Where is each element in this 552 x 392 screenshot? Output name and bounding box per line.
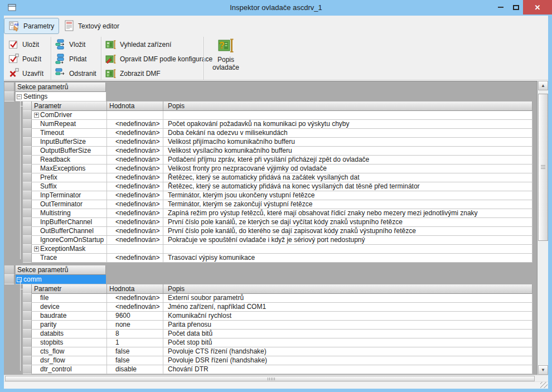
repair-dmf-button[interactable]: Opravit DMF podle konfigurace [105, 52, 212, 65]
find-device-button[interactable]: Vyhledat zařízení [105, 38, 171, 51]
param-value-cell[interactable]: <nedefinován> [107, 138, 163, 147]
scroll-up-icon[interactable]: ▲ [538, 81, 548, 90]
table-row[interactable]: InpBufferChannel<nedefinován>První číslo… [23, 218, 537, 227]
resize-grip-icon[interactable] [540, 382, 548, 388]
table-row[interactable]: Timeout<nedefinován>Doba čekání na odezv… [23, 129, 537, 138]
param-name-cell[interactable]: dtr_control [32, 365, 107, 374]
param-name-cell[interactable]: OutTerminator [32, 200, 107, 209]
param-value-cell[interactable]: 1 [107, 338, 163, 347]
row-gutter-cell[interactable] [23, 173, 32, 182]
row-gutter-cell[interactable] [23, 356, 32, 365]
column-header-parametr[interactable]: Parametr [32, 284, 107, 294]
tab-parametry[interactable]: AB Parametry [4, 18, 59, 34]
expand-icon[interactable] [34, 113, 39, 118]
table-row[interactable]: NumRepeat<nedefinován>Počet opakování po… [23, 120, 537, 129]
param-name-cell[interactable]: OutBufferChannel [32, 227, 107, 236]
table-row[interactable]: cts_flowfalsePovoluje CTS řízení (handsh… [23, 347, 537, 356]
param-value-cell[interactable]: <nedefinován> [107, 200, 163, 209]
table-row[interactable]: Suffix<nedefinován>Řetězec, který se aut… [23, 182, 537, 191]
scroll-down-icon[interactable]: ▼ [538, 365, 548, 375]
apply-button[interactable]: Použít [8, 52, 41, 65]
param-name-cell[interactable]: parity [32, 321, 107, 330]
table-row[interactable]: stopbits1Počet stop bitů [23, 338, 537, 347]
show-dmf-button[interactable]: Zobrazit DMF [105, 67, 161, 80]
param-name-cell[interactable]: ComDriver [32, 111, 107, 120]
table-row[interactable]: OutBufferChannel<nedefinován>První číslo… [23, 227, 537, 236]
param-value-cell[interactable]: <nedefinován> [107, 191, 163, 200]
param-value-cell[interactable]: false [107, 347, 163, 356]
row-gutter-cell[interactable] [23, 330, 32, 338]
param-value-cell[interactable]: disable [107, 365, 163, 374]
row-gutter-cell[interactable] [23, 191, 32, 200]
param-value-cell[interactable]: <nedefinován> [107, 156, 163, 164]
param-value-cell[interactable]: <nedefinován> [107, 294, 163, 303]
param-value-cell[interactable]: false [107, 356, 163, 365]
param-name-cell[interactable]: NumRepeat [32, 120, 107, 129]
row-gutter-cell[interactable] [23, 294, 32, 303]
param-name-cell[interactable]: Readback [32, 156, 107, 164]
driver-description-button[interactable]: ? Popis ovladače [207, 37, 245, 80]
row-gutter-cell[interactable] [23, 200, 32, 209]
param-value-cell[interactable]: 8 [107, 330, 163, 338]
horizontal-scrollbar[interactable] [4, 375, 548, 381]
section-node[interactable]: Settings [16, 92, 106, 101]
param-name-cell[interactable]: file [32, 294, 107, 303]
table-row[interactable]: InputBufferSize<nedefinován>Velikost při… [23, 138, 537, 147]
row-gutter-cell[interactable] [23, 347, 32, 356]
table-row[interactable]: MaxExceptions<nedefinován>Velikost front… [23, 164, 537, 173]
row-gutter-cell[interactable] [23, 227, 32, 236]
table-row[interactable]: databits8Počet data bitů [23, 330, 537, 338]
collapse-icon[interactable] [17, 94, 22, 99]
table-row[interactable]: ExceptionMask [23, 245, 537, 254]
column-header-parametr[interactable]: Parametr [32, 101, 107, 111]
param-name-cell[interactable]: InputBufferSize [32, 138, 107, 147]
row-gutter-cell[interactable] [23, 182, 32, 191]
column-header-popis[interactable]: Popis [163, 284, 532, 294]
param-value-cell[interactable]: <nedefinován> [107, 129, 163, 138]
param-value-cell[interactable]: <nedefinován> [107, 182, 163, 191]
minimize-button[interactable] [493, 0, 509, 14]
param-value-cell[interactable] [107, 111, 163, 120]
maximize-button[interactable] [509, 0, 523, 14]
row-gutter-cell[interactable] [23, 321, 32, 330]
param-value-cell[interactable]: <nedefinován> [107, 173, 163, 182]
param-value-cell[interactable]: <nedefinován> [107, 236, 163, 245]
param-value-cell[interactable] [107, 245, 163, 254]
param-name-cell[interactable]: ExceptionMask [32, 245, 107, 254]
param-value-cell[interactable]: <nedefinován> [107, 164, 163, 173]
param-name-cell[interactable]: InpBufferChannel [32, 218, 107, 227]
param-name-cell[interactable]: databits [32, 330, 107, 338]
param-value-cell[interactable]: <nedefinován> [107, 218, 163, 227]
row-gutter-cell[interactable] [23, 218, 32, 227]
param-name-cell[interactable]: dsr_flow [32, 356, 107, 365]
param-value-cell[interactable]: <nedefinován> [107, 147, 163, 156]
row-gutter-cell[interactable] [23, 303, 32, 312]
close-driver-button[interactable]: Uzavřít [8, 67, 43, 80]
row-gutter-cell[interactable] [23, 312, 32, 321]
save-button[interactable]: Uložit [8, 38, 39, 51]
param-name-cell[interactable]: Suffix [32, 182, 107, 191]
param-value-cell[interactable]: <nedefinován> [107, 254, 163, 263]
horizontal-scrollbar-thumb[interactable] [5, 376, 535, 381]
param-name-cell[interactable]: IgnoreComOnStartup [32, 236, 107, 245]
row-gutter-cell[interactable] [4, 265, 14, 275]
table-row[interactable]: IgnoreComOnStartup<nedefinován>Pokračuje… [23, 236, 537, 245]
vertical-scrollbar[interactable]: ▲ ▼ [537, 81, 548, 375]
param-name-cell[interactable]: InpTerminator [32, 191, 107, 200]
row-gutter-cell[interactable] [23, 245, 32, 254]
table-row[interactable]: ComDriver [23, 111, 537, 120]
param-name-cell[interactable]: OutputBufferSize [32, 147, 107, 156]
table-row[interactable]: Readback<nedefinován>Potlačení příjmu zp… [23, 156, 537, 164]
insert-button[interactable]: Vložit [55, 38, 85, 51]
table-row[interactable]: OutputBufferSize<nedefinován>Velikost vy… [23, 147, 537, 156]
vertical-scrollbar-thumb[interactable] [538, 94, 548, 241]
table-row[interactable]: Prefix<nedefinován>Řetězec, který se aut… [23, 173, 537, 182]
row-gutter-cell[interactable] [23, 254, 32, 263]
param-name-cell[interactable]: device [32, 303, 107, 312]
param-value-cell[interactable]: <nedefinován> [107, 303, 163, 312]
remove-button[interactable]: Odstranit [55, 67, 96, 80]
row-gutter-cell[interactable] [23, 147, 32, 156]
expand-icon[interactable] [34, 246, 39, 251]
close-button[interactable]: ✕ [523, 0, 552, 14]
param-name-cell[interactable]: MaxExceptions [32, 164, 107, 173]
